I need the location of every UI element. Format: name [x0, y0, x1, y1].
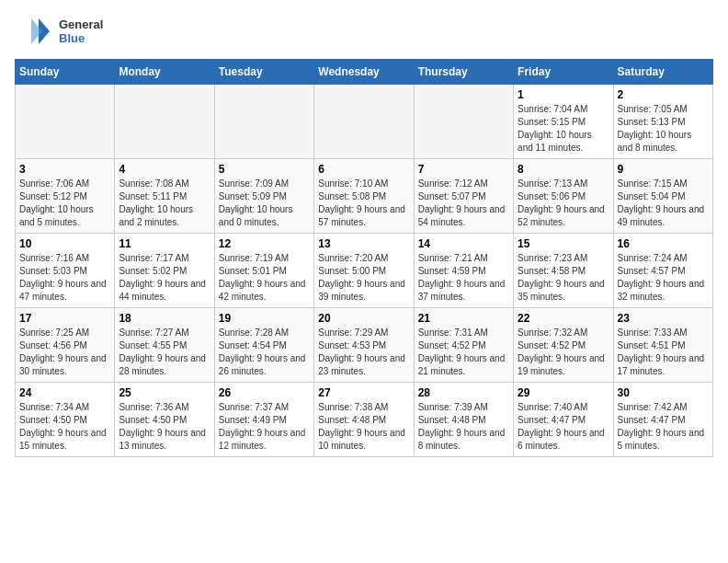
- cell-day-number: 19: [219, 312, 310, 325]
- cell-info: Sunrise: 7:13 AM Sunset: 5:06 PM Dayligh…: [518, 178, 609, 229]
- calendar-cell: 30Sunrise: 7:42 AM Sunset: 4:47 PM Dayli…: [613, 383, 712, 457]
- calendar-cell: 23Sunrise: 7:33 AM Sunset: 4:51 PM Dayli…: [613, 308, 712, 383]
- logo: GeneralBlue: [15, 15, 103, 48]
- cell-info: Sunrise: 7:39 AM Sunset: 4:48 PM Dayligh…: [418, 401, 509, 453]
- cell-info: Sunrise: 7:15 AM Sunset: 5:04 PM Dayligh…: [618, 178, 709, 229]
- calendar-cell: 11Sunrise: 7:17 AM Sunset: 5:02 PM Dayli…: [115, 234, 214, 308]
- calendar-cell: 17Sunrise: 7:25 AM Sunset: 4:56 PM Dayli…: [16, 308, 115, 383]
- cell-day-number: 10: [19, 237, 110, 250]
- cell-day-number: 13: [318, 237, 409, 250]
- calendar-cell: 24Sunrise: 7:34 AM Sunset: 4:50 PM Dayli…: [16, 383, 115, 457]
- calendar-cell: 5Sunrise: 7:09 AM Sunset: 5:09 PM Daylig…: [214, 159, 313, 234]
- cell-info: Sunrise: 7:17 AM Sunset: 5:02 PM Dayligh…: [119, 252, 210, 304]
- calendar-cell: 9Sunrise: 7:15 AM Sunset: 5:04 PM Daylig…: [613, 159, 712, 234]
- weekday-header-row: SundayMondayTuesdayWednesdayThursdayFrid…: [16, 60, 713, 85]
- calendar-cell: 10Sunrise: 7:16 AM Sunset: 5:03 PM Dayli…: [16, 234, 115, 308]
- cell-day-number: 18: [119, 312, 210, 325]
- calendar-cell: 28Sunrise: 7:39 AM Sunset: 4:48 PM Dayli…: [414, 383, 513, 457]
- calendar-cell: [414, 85, 513, 159]
- calendar-week-4: 17Sunrise: 7:25 AM Sunset: 4:56 PM Dayli…: [16, 308, 713, 383]
- calendar-week-3: 10Sunrise: 7:16 AM Sunset: 5:03 PM Dayli…: [16, 234, 713, 308]
- cell-info: Sunrise: 7:33 AM Sunset: 4:51 PM Dayligh…: [618, 327, 709, 378]
- calendar-cell: 19Sunrise: 7:28 AM Sunset: 4:54 PM Dayli…: [214, 308, 313, 383]
- calendar-cell: 12Sunrise: 7:19 AM Sunset: 5:01 PM Dayli…: [214, 234, 313, 308]
- calendar-cell: [214, 85, 313, 159]
- calendar-cell: 25Sunrise: 7:36 AM Sunset: 4:50 PM Dayli…: [115, 383, 214, 457]
- calendar-cell: [314, 85, 414, 159]
- weekday-header-friday: Friday: [514, 60, 613, 85]
- cell-day-number: 6: [318, 163, 409, 176]
- calendar-cell: [16, 85, 115, 159]
- calendar-cell: 2Sunrise: 7:05 AM Sunset: 5:13 PM Daylig…: [613, 85, 712, 159]
- calendar-cell: 7Sunrise: 7:12 AM Sunset: 5:07 PM Daylig…: [414, 159, 513, 234]
- cell-day-number: 28: [418, 386, 509, 399]
- cell-info: Sunrise: 7:10 AM Sunset: 5:08 PM Dayligh…: [318, 178, 409, 229]
- weekday-header-saturday: Saturday: [613, 60, 712, 85]
- cell-info: Sunrise: 7:23 AM Sunset: 4:58 PM Dayligh…: [518, 252, 609, 304]
- calendar-table: SundayMondayTuesdayWednesdayThursdayFrid…: [15, 59, 713, 457]
- calendar-cell: 14Sunrise: 7:21 AM Sunset: 4:59 PM Dayli…: [414, 234, 513, 308]
- cell-day-number: 4: [119, 163, 210, 176]
- cell-info: Sunrise: 7:08 AM Sunset: 5:11 PM Dayligh…: [119, 178, 210, 229]
- cell-day-number: 9: [618, 163, 709, 176]
- calendar-cell: 22Sunrise: 7:32 AM Sunset: 4:52 PM Dayli…: [514, 308, 613, 383]
- cell-day-number: 8: [518, 163, 609, 176]
- cell-info: Sunrise: 7:40 AM Sunset: 4:47 PM Dayligh…: [518, 401, 609, 453]
- cell-info: Sunrise: 7:16 AM Sunset: 5:03 PM Dayligh…: [19, 252, 110, 304]
- cell-day-number: 17: [19, 312, 110, 325]
- cell-info: Sunrise: 7:19 AM Sunset: 5:01 PM Dayligh…: [219, 252, 310, 304]
- cell-day-number: 5: [219, 163, 310, 176]
- calendar-cell: 3Sunrise: 7:06 AM Sunset: 5:12 PM Daylig…: [16, 159, 115, 234]
- cell-info: Sunrise: 7:32 AM Sunset: 4:52 PM Dayligh…: [518, 327, 609, 378]
- cell-info: Sunrise: 7:25 AM Sunset: 4:56 PM Dayligh…: [19, 327, 110, 378]
- calendar-cell: 8Sunrise: 7:13 AM Sunset: 5:06 PM Daylig…: [514, 159, 613, 234]
- cell-info: Sunrise: 7:06 AM Sunset: 5:12 PM Dayligh…: [19, 178, 110, 229]
- weekday-header-wednesday: Wednesday: [314, 60, 414, 85]
- cell-day-number: 15: [518, 237, 609, 250]
- cell-day-number: 16: [618, 237, 709, 250]
- cell-day-number: 21: [418, 312, 509, 325]
- weekday-header-tuesday: Tuesday: [214, 60, 313, 85]
- cell-day-number: 23: [618, 312, 709, 325]
- cell-day-number: 22: [518, 312, 609, 325]
- cell-day-number: 26: [219, 386, 310, 399]
- calendar-cell: 26Sunrise: 7:37 AM Sunset: 4:49 PM Dayli…: [214, 383, 313, 457]
- cell-day-number: 20: [318, 312, 409, 325]
- cell-info: Sunrise: 7:27 AM Sunset: 4:55 PM Dayligh…: [119, 327, 210, 378]
- cell-info: Sunrise: 7:29 AM Sunset: 4:53 PM Dayligh…: [318, 327, 409, 378]
- calendar-cell: 21Sunrise: 7:31 AM Sunset: 4:52 PM Dayli…: [414, 308, 513, 383]
- weekday-header-monday: Monday: [115, 60, 214, 85]
- logo-text: GeneralBlue: [59, 17, 103, 45]
- logo-general-text: General: [59, 17, 103, 31]
- cell-info: Sunrise: 7:12 AM Sunset: 5:07 PM Dayligh…: [418, 178, 509, 229]
- calendar-cell: 20Sunrise: 7:29 AM Sunset: 4:53 PM Dayli…: [314, 308, 414, 383]
- calendar-cell: 4Sunrise: 7:08 AM Sunset: 5:11 PM Daylig…: [115, 159, 214, 234]
- cell-day-number: 27: [318, 386, 409, 399]
- cell-day-number: 24: [19, 386, 110, 399]
- cell-info: Sunrise: 7:24 AM Sunset: 4:57 PM Dayligh…: [618, 252, 709, 304]
- cell-day-number: 30: [618, 386, 709, 399]
- cell-day-number: 25: [119, 386, 210, 399]
- cell-info: Sunrise: 7:20 AM Sunset: 5:00 PM Dayligh…: [318, 252, 409, 304]
- calendar-week-5: 24Sunrise: 7:34 AM Sunset: 4:50 PM Dayli…: [16, 383, 713, 457]
- cell-day-number: 3: [19, 163, 110, 176]
- cell-day-number: 12: [219, 237, 310, 250]
- calendar-cell: 1Sunrise: 7:04 AM Sunset: 5:15 PM Daylig…: [514, 85, 613, 159]
- calendar-cell: 16Sunrise: 7:24 AM Sunset: 4:57 PM Dayli…: [613, 234, 712, 308]
- header: GeneralBlue: [15, 15, 713, 48]
- calendar-cell: [115, 85, 214, 159]
- cell-info: Sunrise: 7:34 AM Sunset: 4:50 PM Dayligh…: [19, 401, 110, 453]
- calendar-cell: 15Sunrise: 7:23 AM Sunset: 4:58 PM Dayli…: [514, 234, 613, 308]
- cell-info: Sunrise: 7:09 AM Sunset: 5:09 PM Dayligh…: [219, 178, 310, 229]
- calendar-cell: 18Sunrise: 7:27 AM Sunset: 4:55 PM Dayli…: [115, 308, 214, 383]
- cell-day-number: 11: [119, 237, 210, 250]
- logo-blue-text: Blue: [59, 31, 103, 45]
- cell-day-number: 2: [618, 88, 709, 101]
- cell-info: Sunrise: 7:21 AM Sunset: 4:59 PM Dayligh…: [418, 252, 509, 304]
- cell-info: Sunrise: 7:31 AM Sunset: 4:52 PM Dayligh…: [418, 327, 509, 378]
- calendar-cell: 27Sunrise: 7:38 AM Sunset: 4:48 PM Dayli…: [314, 383, 414, 457]
- cell-info: Sunrise: 7:05 AM Sunset: 5:13 PM Dayligh…: [618, 103, 709, 155]
- cell-info: Sunrise: 7:42 AM Sunset: 4:47 PM Dayligh…: [618, 401, 709, 453]
- cell-info: Sunrise: 7:36 AM Sunset: 4:50 PM Dayligh…: [119, 401, 210, 453]
- cell-info: Sunrise: 7:37 AM Sunset: 4:49 PM Dayligh…: [219, 401, 310, 453]
